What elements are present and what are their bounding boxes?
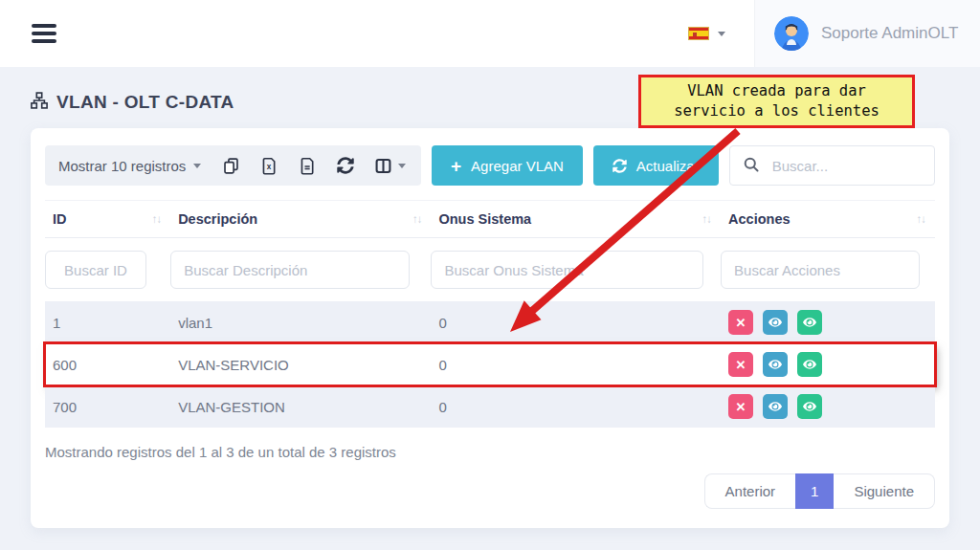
pagination: Anterior 1 Siguiente: [704, 473, 935, 509]
chevron-down-icon: [718, 32, 725, 36]
view-onus-button[interactable]: [797, 310, 822, 335]
table-toolbar: Mostrar 10 registros x: [45, 145, 935, 186]
eye-icon: [768, 316, 782, 329]
export-excel-icon[interactable]: x: [260, 157, 278, 175]
page-length-dropdown[interactable]: Mostrar 10 registros: [58, 158, 201, 174]
cell-id: 700: [45, 385, 170, 428]
spain-flag-icon: [688, 27, 709, 40]
export-file-icon[interactable]: [299, 157, 317, 175]
view-button[interactable]: [763, 310, 788, 335]
table-row: 1 vlan1 0 ✕: [45, 301, 935, 343]
cell-descripcion: VLAN-SERVICIO: [170, 343, 431, 385]
top-navbar: Soporte AdminOLT: [0, 0, 980, 67]
eye-icon: [803, 400, 816, 413]
filter-acciones-input[interactable]: [721, 251, 920, 289]
cell-onus-sistema: 0: [431, 301, 721, 343]
delete-button[interactable]: ✕: [728, 310, 753, 335]
svg-text:x: x: [266, 162, 271, 170]
view-button[interactable]: [763, 352, 788, 377]
cell-descripcion: vlan1: [170, 301, 431, 343]
pagination-next-button[interactable]: Siguiente: [834, 473, 935, 509]
table-row-highlighted: 600 VLAN-SERVICIO 0 ✕: [45, 343, 935, 385]
language-dropdown[interactable]: [688, 27, 725, 40]
pagination-prev-button[interactable]: Anterior: [704, 473, 796, 509]
annotation-callout: VLAN creada para dar servicio a los clie…: [638, 75, 915, 128]
sort-icon[interactable]: ↑↓: [702, 213, 712, 225]
column-visibility-dropdown[interactable]: [374, 157, 406, 175]
user-menu[interactable]: Soporte AdminOLT: [754, 0, 980, 67]
table-header-row: ID↑↓ Descripción↑↓ Onus Sistema↑↓ Accion…: [45, 201, 935, 238]
sort-icon[interactable]: ↑↓: [412, 213, 422, 225]
cell-id: 1: [45, 301, 170, 343]
search-icon: [743, 156, 760, 173]
cell-acciones: ✕: [721, 385, 935, 428]
eye-icon: [768, 358, 782, 371]
chevron-down-icon: [398, 164, 406, 168]
x-icon: ✕: [736, 316, 746, 330]
column-header-onus-sistema[interactable]: Onus Sistema↑↓: [431, 201, 721, 238]
vlan-table: ID↑↓ Descripción↑↓ Onus Sistema↑↓ Accion…: [45, 200, 935, 428]
view-onus-button[interactable]: [797, 394, 822, 419]
avatar: [774, 16, 809, 51]
cell-acciones: ✕: [721, 343, 935, 385]
add-vlan-button[interactable]: + Agregar VLAN: [432, 145, 583, 186]
eye-icon: [768, 400, 782, 413]
eye-icon: [803, 316, 816, 329]
x-icon: ✕: [736, 358, 746, 372]
column-header-acciones[interactable]: Acciones↑↓: [721, 201, 935, 238]
copy-icon[interactable]: [222, 157, 240, 175]
filter-onus-sistema-input[interactable]: [431, 251, 703, 289]
cell-onus-sistema: 0: [431, 343, 721, 385]
sort-icon[interactable]: ↑↓: [917, 213, 926, 225]
main-content: VLAN - OLT C-DATA Mostrar 10 registros: [0, 67, 980, 528]
plus-icon: +: [451, 157, 461, 175]
cell-id: 600: [45, 343, 170, 385]
sitemap-icon: [31, 92, 48, 113]
eye-icon: [803, 358, 816, 371]
user-name: Soporte AdminOLT: [821, 24, 958, 43]
page-title: VLAN - OLT C-DATA: [56, 92, 234, 113]
delete-button[interactable]: ✕: [728, 352, 753, 377]
cell-onus-sistema: 0: [431, 385, 721, 428]
vlan-table-card: Mostrar 10 registros x: [31, 128, 949, 528]
search-input[interactable]: [729, 145, 935, 186]
view-onus-button[interactable]: [797, 352, 822, 377]
sort-icon[interactable]: ↑↓: [152, 213, 162, 225]
x-icon: ✕: [736, 400, 746, 414]
filter-descripcion-input[interactable]: [170, 251, 410, 289]
table-info: Mostrando registros del 1 al 3 de un tot…: [45, 444, 935, 460]
pagination-page-1-button[interactable]: 1: [795, 473, 834, 509]
delete-button[interactable]: ✕: [728, 394, 753, 419]
global-search: [729, 145, 935, 186]
table-row: 700 VLAN-GESTION 0 ✕: [45, 385, 935, 428]
cell-descripcion: VLAN-GESTION: [170, 385, 431, 428]
refresh-table-button[interactable]: Actualizar: [593, 145, 719, 186]
refresh-icon[interactable]: [337, 157, 354, 174]
column-header-id[interactable]: ID↑↓: [45, 201, 170, 238]
datatable-controls: Mostrar 10 registros x: [45, 145, 421, 186]
cell-acciones: ✕: [721, 301, 935, 343]
table-filter-row: [45, 238, 935, 302]
hamburger-menu-icon[interactable]: [32, 20, 56, 47]
column-header-descripcion[interactable]: Descripción↑↓: [170, 201, 431, 238]
view-button[interactable]: [763, 394, 788, 419]
filter-id-input[interactable]: [45, 251, 146, 289]
chevron-down-icon: [193, 164, 201, 168]
